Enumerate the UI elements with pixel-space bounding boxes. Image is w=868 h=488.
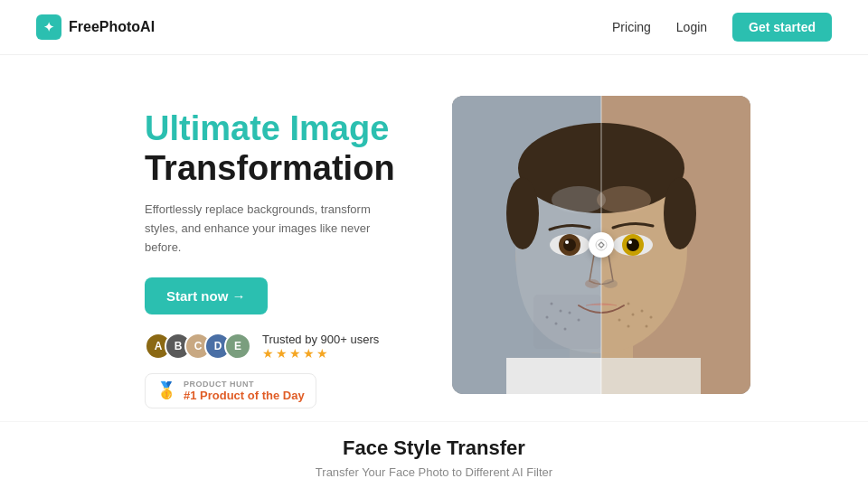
svg-point-36 [618, 319, 621, 322]
svg-point-24 [560, 310, 562, 313]
nav-pricing[interactable]: Pricing [612, 20, 651, 34]
avatar: E [224, 333, 251, 360]
svg-point-8 [506, 177, 539, 249]
hero-image [452, 96, 750, 394]
svg-point-11 [597, 186, 651, 213]
ph-label: PRODUCT HUNT [184, 380, 305, 389]
star-rating: ★★★★★ [262, 346, 379, 361]
svg-point-21 [603, 279, 618, 288]
svg-rect-22 [533, 295, 601, 349]
hero-text: Ultimate Image Transformation Effortless… [145, 91, 416, 408]
svg-point-34 [646, 325, 648, 328]
navbar: ✦ FreePhotoAI Pricing Login Get started [0, 0, 868, 55]
svg-point-31 [641, 310, 644, 313]
svg-point-29 [578, 319, 580, 322]
bottom-section: Face Style Transfer Transfer Your Face P… [0, 421, 868, 488]
svg-point-14 [563, 239, 576, 251]
svg-point-27 [555, 323, 558, 325]
svg-point-15 [565, 240, 569, 244]
split-icon [595, 239, 608, 251]
bottom-subtitle: Transfer Your Face Photo to Different AI… [36, 465, 832, 479]
svg-point-19 [628, 240, 632, 244]
logo-icon: ✦ [36, 14, 61, 40]
logo-text: FreePhotoAI [69, 19, 155, 35]
svg-rect-4 [506, 358, 606, 394]
svg-point-9 [664, 177, 696, 249]
svg-point-18 [627, 239, 639, 251]
trust-area: A B C D E Trusted by 900+ users ★★★★★ [145, 333, 416, 361]
start-now-button[interactable]: Start now → [145, 277, 268, 314]
svg-point-28 [564, 328, 567, 331]
hero-title-dark: Transformation [145, 149, 395, 187]
trust-info: Trusted by 900+ users ★★★★★ [262, 333, 379, 361]
product-hunt-badge: 🥇 PRODUCT HUNT #1 Product of the Day [145, 373, 316, 408]
svg-point-20 [585, 279, 599, 288]
hero-title: Ultimate Image Transformation [145, 109, 416, 188]
ph-title: #1 Product of the Day [184, 389, 305, 402]
svg-point-33 [632, 314, 635, 316]
svg-rect-5 [601, 358, 701, 394]
avatar-group: A B C D E [145, 333, 251, 360]
medal-icon: 🥇 [156, 380, 176, 400]
logo-area: ✦ FreePhotoAI [36, 14, 155, 40]
nav-links: Pricing Login Get started [612, 13, 832, 42]
get-started-button[interactable]: Get started [732, 13, 832, 42]
trust-text: Trusted by 900+ users [262, 333, 379, 346]
svg-point-38 [596, 239, 607, 250]
split-handle [589, 232, 614, 258]
svg-point-30 [627, 303, 630, 305]
svg-point-32 [650, 316, 653, 319]
svg-point-25 [546, 316, 549, 319]
nav-login[interactable]: Login [676, 20, 707, 34]
svg-point-23 [551, 303, 553, 305]
hero-section: Ultimate Image Transformation Effortless… [0, 55, 868, 421]
ph-text: PRODUCT HUNT #1 Product of the Day [184, 380, 305, 402]
svg-point-35 [627, 325, 630, 328]
hero-title-accent: Ultimate Image [145, 109, 389, 147]
hero-subtitle: Effortlessly replace backgrounds, transf… [145, 201, 389, 257]
svg-point-26 [569, 312, 571, 314]
bottom-title: Face Style Transfer [36, 436, 832, 460]
